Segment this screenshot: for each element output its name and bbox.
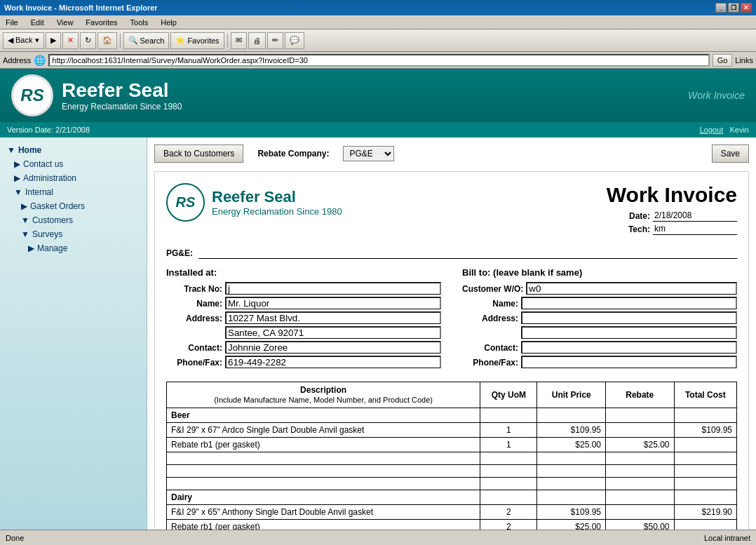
triangle-icon: ▼ xyxy=(7,145,15,155)
address2-input[interactable] xyxy=(225,326,441,339)
sub-header: Version Date: 2/21/2008 Logout Kevin xyxy=(0,122,756,137)
bill-address-label: Address: xyxy=(462,314,518,323)
close-button[interactable]: ✕ xyxy=(741,3,752,13)
menu-edit[interactable]: Edit xyxy=(28,18,47,27)
sidebar-item-contact[interactable]: ▶ Contact us xyxy=(0,157,147,171)
arrow-icon: ▶ xyxy=(21,201,27,211)
billing-section: Installed at: Track No: Name: Address: xyxy=(166,267,737,370)
track-label: Track No: xyxy=(166,284,222,294)
phone-input[interactable] xyxy=(225,356,441,368)
back-to-customers-button[interactable]: Back to Customers xyxy=(154,144,243,163)
table-section-row: Beer xyxy=(167,408,737,423)
mail-button[interactable]: ✉ xyxy=(231,32,247,49)
sidebar-item-home[interactable]: ▼ Home xyxy=(0,143,147,157)
status-left: Done xyxy=(6,534,24,542)
table-row: Rebate rb1 (per gasket) 1 $25.00 $25.00 xyxy=(167,438,737,452)
favorites-button[interactable]: ⭐ Favorites xyxy=(170,32,224,49)
invoice-brand-name: Reefer Seal xyxy=(212,188,342,206)
header-page-label: Work Invoice xyxy=(688,90,745,101)
rebate-company-select[interactable]: PG&E SCE SDG&E xyxy=(343,146,394,161)
back-button[interactable]: ◀ Back ▾ xyxy=(3,32,44,49)
triangle-icon: ▼ xyxy=(21,229,29,239)
table-empty-row xyxy=(167,478,737,490)
search-button[interactable]: 🔍 Search xyxy=(123,32,170,49)
discuss-icon: 💬 xyxy=(290,36,299,45)
bill-name-row: Name: xyxy=(462,297,737,309)
row-rebate: $25.00 xyxy=(606,438,675,452)
invoice-table: Description (Include Manufacture Name, M… xyxy=(166,382,737,530)
menu-help[interactable]: Help xyxy=(158,18,180,27)
contact-input[interactable] xyxy=(225,341,441,354)
sidebar-item-surveys[interactable]: ▼ Surveys xyxy=(0,227,147,241)
address-label: Address: xyxy=(166,314,222,323)
links-label: Links xyxy=(735,56,753,65)
name-input[interactable] xyxy=(225,297,441,309)
sidebar: ▼ Home ▶ Contact us ▶ Administration ▼ I… xyxy=(0,137,147,530)
cust-wo-label: Customer W/O: xyxy=(462,284,523,294)
invoice-brand-tagline: Energy Reclamation Since 1980 xyxy=(212,206,342,217)
edit-button[interactable]: ✏ xyxy=(267,32,283,49)
triangle-icon: ▼ xyxy=(14,187,22,197)
save-button[interactable]: Save xyxy=(712,144,749,163)
row-unit: $25.00 xyxy=(537,520,606,530)
arrow-icon: ▶ xyxy=(28,243,34,253)
sidebar-item-gasket-orders[interactable]: ▶ Gasket Orders xyxy=(0,199,147,213)
sidebar-item-manage[interactable]: ▶ Manage xyxy=(0,241,147,255)
minimize-button[interactable]: _ xyxy=(715,3,727,13)
toolbar: ◀ Back ▾ ▶ ✕ ↻ 🏠 🔍 Search ⭐ Favorites ✉ … xyxy=(0,29,756,52)
tech-input[interactable] xyxy=(653,223,737,235)
action-bar: Back to Customers Rebate Company: PG&E S… xyxy=(154,144,749,163)
address-input[interactable] xyxy=(225,311,441,324)
sidebar-item-customers[interactable]: ▼ Customers xyxy=(0,213,147,227)
print-button[interactable]: 🖨 xyxy=(248,32,266,49)
date-label: Date: xyxy=(629,211,650,221)
invoice-logo: RS Reefer Seal Energy Reclamation Since … xyxy=(166,183,342,222)
row-desc: Rebate rb1 (per gasket) xyxy=(167,520,480,530)
logout-area: Logout Kevin xyxy=(700,126,749,134)
menu-bar: File Edit View Favorites Tools Help xyxy=(0,15,756,29)
cust-wo-input[interactable] xyxy=(526,282,737,295)
bill-phone-input[interactable] xyxy=(521,356,737,368)
forward-icon: ▶ xyxy=(50,36,56,45)
bill-to-section: Bill to: (leave blank if same) Customer … xyxy=(462,267,737,370)
bill-phone-label: Phone/Fax: xyxy=(462,358,518,368)
go-button[interactable]: Go xyxy=(713,54,733,67)
tech-label: Tech: xyxy=(628,224,650,234)
track-input[interactable] xyxy=(225,282,441,295)
invoice-tech-row: Tech: xyxy=(607,223,737,235)
logout-link[interactable]: Logout xyxy=(700,126,724,134)
row-rebate xyxy=(606,505,675,520)
discuss-button[interactable]: 💬 xyxy=(285,32,304,49)
bill-contact-input[interactable] xyxy=(521,341,737,354)
track-row: Track No: xyxy=(166,282,441,295)
home-button[interactable]: 🏠 xyxy=(97,32,117,49)
page-header: RS Reefer Seal Energy Reclamation Since … xyxy=(0,69,756,122)
row-total: $219.90 xyxy=(674,505,736,520)
refresh-button[interactable]: ↻ xyxy=(80,32,96,49)
invoice-meta: Date: Tech: xyxy=(607,210,737,235)
restore-button[interactable]: ❒ xyxy=(728,3,739,13)
bill-address2-input[interactable] xyxy=(521,326,737,339)
sidebar-item-administration[interactable]: ▶ Administration xyxy=(0,171,147,185)
window-controls[interactable]: _ ❒ ✕ xyxy=(715,3,752,13)
sidebar-item-internal[interactable]: ▼ Internal xyxy=(0,185,147,199)
row-desc: Rebate rb1 (per gasket) xyxy=(167,438,480,452)
forward-button[interactable]: ▶ xyxy=(46,32,61,49)
address-bar: Address 🌐 Go Links xyxy=(0,52,756,69)
address-icon: 🌐 xyxy=(34,55,46,66)
browser-title: Work Invoice - Microsoft Internet Explor… xyxy=(4,4,715,12)
address-input[interactable] xyxy=(48,54,709,67)
date-input[interactable] xyxy=(653,210,737,222)
menu-tools[interactable]: Tools xyxy=(128,18,151,27)
stop-icon: ✕ xyxy=(67,36,74,45)
bill-name-input[interactable] xyxy=(521,297,737,309)
menu-file[interactable]: File xyxy=(3,18,21,27)
menu-view[interactable]: View xyxy=(54,18,76,27)
bill-address-input[interactable] xyxy=(521,311,737,324)
logo-text: RS xyxy=(20,86,43,105)
stop-button[interactable]: ✕ xyxy=(62,32,79,49)
header-brand: Reefer Seal Energy Reclamation Since 198… xyxy=(62,79,182,112)
header-logo: RS xyxy=(11,74,53,116)
toolbar-separator-2 xyxy=(227,34,228,48)
menu-favorites[interactable]: Favorites xyxy=(83,18,120,27)
